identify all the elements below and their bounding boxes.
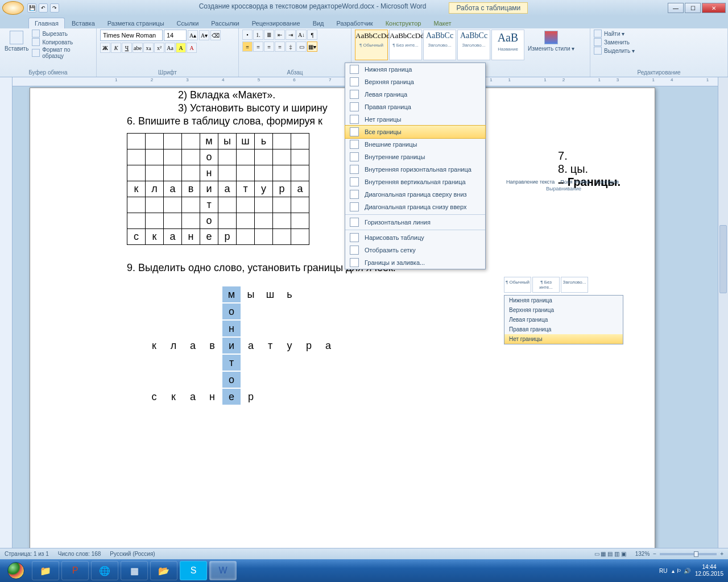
tab-layout[interactable]: Разметка страницы <box>102 18 170 28</box>
close-button[interactable]: ✕ <box>702 3 726 13</box>
tab-design[interactable]: Конструктор <box>380 18 427 28</box>
select-button[interactable]: Выделить ▾ <box>594 47 635 55</box>
align-center-button[interactable]: ≡ <box>253 41 263 52</box>
taskbar-skype[interactable]: S <box>180 561 207 580</box>
tab-mail[interactable]: Рассылки <box>205 18 245 28</box>
line-spacing-button[interactable]: ‡ <box>286 41 296 52</box>
status-words[interactable]: Число слов: 168 <box>58 551 101 557</box>
vertical-ruler[interactable] <box>0 77 13 571</box>
show-marks-button[interactable]: ¶ <box>307 30 317 40</box>
find-button[interactable]: Найти ▾ <box>594 30 635 38</box>
borders-menu-item[interactable]: Нижняя граница <box>345 63 485 76</box>
start-button[interactable] <box>2 561 30 580</box>
borders-menu-item[interactable]: Нет границы <box>345 113 485 126</box>
tray-icons[interactable]: ▴ 🏳 🔊 <box>672 568 690 574</box>
borders-menu-item[interactable]: Внутренняя вертикальная граница <box>345 176 485 188</box>
strike-button[interactable]: abe <box>133 43 143 53</box>
tab-refs[interactable]: Ссылки <box>171 18 205 28</box>
font-name-input[interactable] <box>100 30 163 41</box>
align-right-button[interactable]: ≡ <box>264 41 274 52</box>
sort-button[interactable]: A↓ <box>296 30 307 40</box>
borders-menu-item[interactable]: Левая граница <box>345 88 485 101</box>
borders-menu-item[interactable]: Отобразить сетку <box>345 244 485 256</box>
style-nospacing[interactable]: AaBbCcDd¶ Без инте... <box>389 30 422 60</box>
zoom-control[interactable]: 132% −+ <box>635 551 723 557</box>
borders-menu-item[interactable]: Диагональная граница сверху вниз <box>345 188 485 201</box>
scrollbar-thumb[interactable] <box>719 225 727 293</box>
borders-button[interactable]: ▦▾ <box>307 41 317 52</box>
tab-table-layout[interactable]: Макет <box>428 18 457 28</box>
justify-button[interactable]: ≡ <box>275 41 285 52</box>
border-icon <box>350 202 359 211</box>
styles-gallery[interactable]: AaBbCcDd¶ Обычный AaBbCcDd¶ Без инте... … <box>355 30 524 60</box>
borders-menu-item[interactable]: Верхняя граница <box>345 76 485 88</box>
align-left-button[interactable]: ≡ <box>242 41 253 52</box>
style-title[interactable]: АаВНазвание <box>491 30 524 60</box>
indent-button[interactable]: ⇥ <box>286 30 296 40</box>
borders-menu-item[interactable]: Все границы <box>345 125 486 139</box>
case-button[interactable]: Aa <box>165 43 175 53</box>
qat-save-icon[interactable]: 💾 <box>27 3 36 13</box>
vertical-scrollbar[interactable] <box>718 77 728 548</box>
borders-menu-item[interactable]: Внутренние границы <box>345 151 485 163</box>
borders-menu-item[interactable]: Внешние границы <box>345 138 485 151</box>
taskbar-folder[interactable]: 📂 <box>150 561 177 580</box>
taskbar-powerpoint[interactable]: P <box>61 561 89 580</box>
crossword-table[interactable]: мышьонклавиатуратосканер <box>127 133 309 245</box>
paste-button[interactable]: Вставить <box>3 30 30 53</box>
copy-button[interactable]: Копировать <box>32 38 93 46</box>
taskbar-explorer[interactable]: 📁 <box>32 561 59 580</box>
status-lang[interactable]: Русский (Россия) <box>110 551 155 557</box>
minimize-button[interactable]: — <box>668 3 684 13</box>
multilevel-button[interactable]: ≣ <box>264 30 274 40</box>
italic-button[interactable]: К <box>111 43 121 53</box>
borders-menu-item[interactable]: Внутренняя горизонтальная граница <box>345 163 485 176</box>
status-page[interactable]: Страница: 1 из 1 <box>5 551 49 557</box>
taskbar-chrome[interactable]: 🌐 <box>91 561 118 580</box>
outdent-button[interactable]: ⇤ <box>275 30 285 40</box>
system-tray[interactable]: RU ▴ 🏳 🔊 14:44 12.05.2015 <box>659 564 726 577</box>
numbering-button[interactable]: 1. <box>253 30 263 40</box>
highlight-button[interactable]: A <box>176 43 186 53</box>
office-button[interactable] <box>2 1 24 15</box>
borders-menu-item[interactable]: Нарисовать таблицу <box>345 231 485 244</box>
grow-font-button[interactable]: A▴ <box>188 30 198 40</box>
borders-menu-item[interactable]: Горизонтальная линия <box>345 216 485 228</box>
tray-lang[interactable]: RU <box>659 568 667 574</box>
border-icon <box>350 258 359 267</box>
bullets-button[interactable]: • <box>242 30 253 40</box>
maximize-button[interactable]: ☐ <box>685 3 701 13</box>
view-buttons[interactable]: ▭ ▦ ▤ ▥ ▣ <box>594 551 626 557</box>
cut-button[interactable]: Вырезать <box>32 30 93 38</box>
change-styles-button[interactable]: Изменить стили ▾ <box>527 30 576 53</box>
document-page[interactable]: 2) Вкладка «Макет». 3) Установить высоту… <box>30 88 655 571</box>
style-h1[interactable]: AaBbCcЗаголово... <box>423 30 456 60</box>
borders-menu-item[interactable]: Диагональная граница снизу вверх <box>345 201 485 213</box>
format-painter-button[interactable]: Формат по образцу <box>32 47 93 59</box>
tab-dev[interactable]: Разработчик <box>331 18 379 28</box>
tab-view[interactable]: Вид <box>307 18 330 28</box>
font-color-button[interactable]: A <box>187 43 197 53</box>
tab-insert[interactable]: Вставка <box>66 18 101 28</box>
crossword-table-2[interactable]: мышьонклавиатуратосканер <box>144 285 338 406</box>
qat-undo-icon[interactable]: ↶ <box>39 3 48 13</box>
taskbar-word[interactable]: W <box>209 561 237 580</box>
subscript-button[interactable]: x₂ <box>143 43 154 53</box>
taskbar-app[interactable]: ▦ <box>121 561 148 580</box>
tray-clock[interactable]: 14:44 12.05.2015 <box>695 564 723 577</box>
superscript-button[interactable]: x² <box>154 43 164 53</box>
shrink-font-button[interactable]: A▾ <box>199 30 209 40</box>
shading-button[interactable]: ▭ <box>296 41 307 52</box>
borders-menu-item[interactable]: Правая граница <box>345 101 485 113</box>
replace-button[interactable]: Заменить <box>594 38 635 46</box>
qat-redo-icon[interactable]: ↷ <box>50 3 59 13</box>
underline-button[interactable]: Ч <box>122 43 132 53</box>
bold-button[interactable]: Ж <box>100 43 110 53</box>
font-size-input[interactable] <box>164 30 187 41</box>
tab-home[interactable]: Главная <box>28 18 65 28</box>
tab-review[interactable]: Рецензирование <box>246 18 306 28</box>
style-h2[interactable]: AaBbCcЗаголово... <box>457 30 490 60</box>
borders-menu-item[interactable]: Границы и заливка... <box>345 256 485 269</box>
clear-format-button[interactable]: ⌫ <box>210 30 221 40</box>
style-normal[interactable]: AaBbCcDd¶ Обычный <box>355 30 388 60</box>
